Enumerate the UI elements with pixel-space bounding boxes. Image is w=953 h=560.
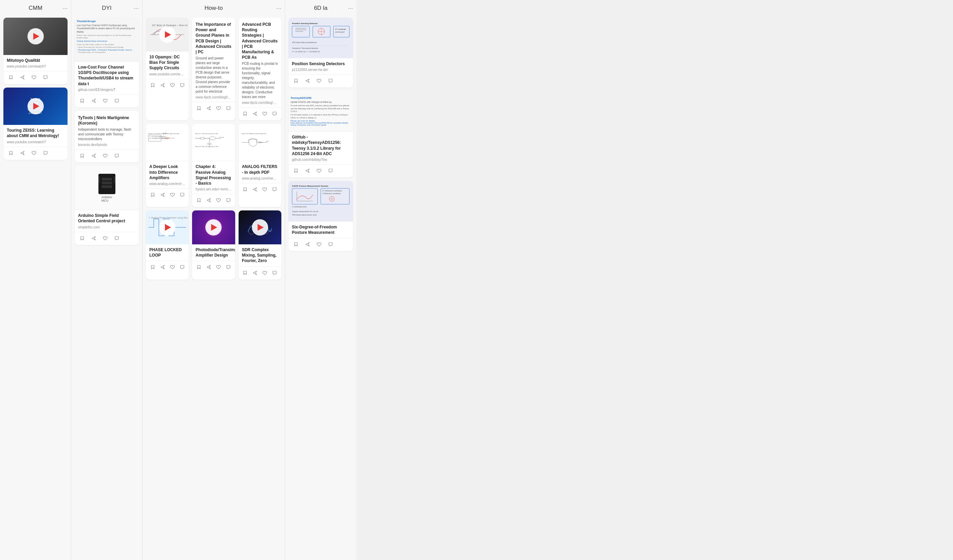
card-howto-7[interactable]: 7. Analog Phase Detection using Electron… [146,210,189,280]
play-button-howto-1[interactable] [159,26,175,43]
comment-btn-dyi-3[interactable] [111,234,122,243]
comment-btn-6d-3[interactable] [325,240,336,249]
card-cmm-2[interactable]: ZEISS CMM AUTOMATICINSPECTIONMACHINES To… [3,88,68,160]
comment-btn-howto-1[interactable] [177,81,187,90]
card-dyi-2[interactable]: TyTools | Niels Martignène (Koromix) Ind… [75,111,139,163]
bookmark-btn-dyi-1[interactable] [77,96,88,105]
share-btn-dyi-3[interactable] [88,234,99,243]
comment-btn-howto-6[interactable] [270,185,279,194]
share-btn-cmm-1[interactable] [17,73,28,82]
comment-btn-dyi-2[interactable] [111,151,122,161]
share-btn-dyi-2[interactable] [88,151,99,161]
share-btn-dyi-1[interactable] [88,96,99,105]
comment-btn-6d-2[interactable] [325,166,336,175]
column-menu-dyi[interactable]: ··· [134,5,139,12]
bookmark-btn-howto-4[interactable] [148,190,157,200]
card-howto-6[interactable]: Figure 8.53: Multiple Feedback High-Pass… [239,124,281,207]
comment-btn-howto-7[interactable] [177,262,187,272]
play-button-howto-7[interactable] [159,219,175,236]
card-howto-2[interactable]: The Importance of Power and Ground Plane… [192,18,235,121]
comment-btn-howto-5[interactable] [224,195,233,205]
heart-btn-dyi-2[interactable] [100,151,111,161]
card-6d-2[interactable]: TeensyADS1256 Update DS3231 with changes… [289,91,353,177]
card-dyi-3[interactable]: ArduinoMCU Arduino Simple Field Oriented… [75,166,139,245]
bookmark-btn-howto-2[interactable] [194,104,203,113]
share-btn-howto-9[interactable] [250,268,260,278]
card-6d-1[interactable]: Position Sensing Detector XY coordinate … [289,18,353,88]
share-btn-howto-6[interactable] [250,185,260,194]
card-dyi-1[interactable]: ThunderScope Low Cost Four Channel 1GSPS… [75,18,139,108]
card-howto-5[interactable]: Figure 4.7: 2nd order low pass LC filter… [192,124,235,207]
card-howto-8[interactable]: Photodiode/Transimpedance Amplifier Desi… [192,210,235,280]
svg-rect-55 [313,26,331,37]
heart-btn-howto-6[interactable] [260,185,270,194]
heart-btn-dyi-3[interactable] [100,234,111,243]
bookmark-btn-howto-3[interactable] [241,109,250,118]
comment-btn-6d-1[interactable] [325,76,336,85]
heart-btn-6d-1[interactable] [314,76,324,85]
heart-btn-howto-3[interactable] [260,109,270,118]
card-howto-9[interactable]: SDR Complex Mixing, Sampling, Fourier, Z… [239,210,281,280]
share-btn-howto-3[interactable] [250,109,260,118]
share-btn-cmm-2[interactable] [17,148,28,158]
heart-btn-howto-4[interactable] [168,190,177,200]
bookmark-btn-howto-7[interactable] [148,262,157,272]
card-howto-4[interactable]: Figure 2: Low-side sensing with high noi… [146,124,189,207]
share-btn-6d-3[interactable] [302,240,313,249]
share-btn-6d-2[interactable] [302,166,313,175]
heart-btn-howto-7[interactable] [168,262,177,272]
heart-btn-howto-9[interactable] [260,268,270,278]
card-thumbnail-cmm-1 [3,18,68,55]
share-btn-howto-1[interactable] [158,81,167,90]
bookmark-btn-cmm-2[interactable] [5,148,16,158]
comment-btn-howto-8[interactable] [224,262,233,272]
share-btn-howto-8[interactable] [204,262,213,272]
heart-btn-6d-3[interactable] [314,240,324,249]
bookmark-btn-howto-6[interactable] [241,185,250,194]
column-menu-6d[interactable]: ··· [348,5,353,12]
heart-btn-cmm-1[interactable] [28,73,39,82]
comment-btn-howto-4[interactable] [177,190,187,200]
comment-btn-cmm-1[interactable] [40,73,51,82]
bookmark-btn-howto-8[interactable] [194,262,203,272]
card-actions-6d-1 [289,74,353,88]
bookmark-btn-dyi-2[interactable] [77,151,88,161]
bookmark-btn-howto-1[interactable] [148,81,157,90]
comment-btn-howto-9[interactable] [270,268,279,278]
bookmark-btn-howto-5[interactable] [194,195,203,205]
share-btn-howto-5[interactable] [204,195,213,205]
play-button-cmm-2[interactable] [28,98,44,114]
play-button-howto-9[interactable] [252,219,268,236]
heart-btn-cmm-2[interactable] [28,148,39,158]
card-howto-1[interactable]: DC Bias of Opamps – Non Inverting Amplif… [146,18,189,121]
card-howto-3[interactable]: Advanced PCB Routing Strategies | Advanc… [239,18,281,121]
svg-text:PSD based optical sensor array: PSD based optical sensor array [292,214,317,216]
share-btn-howto-2[interactable] [204,104,213,113]
share-btn-howto-7[interactable] [158,262,167,272]
heart-btn-howto-2[interactable] [214,104,223,113]
column-menu-cmm[interactable]: ··· [62,5,68,12]
bookmark-btn-6d-3[interactable] [290,240,301,249]
heart-btn-howto-1[interactable] [168,81,177,90]
column-menu-howto[interactable]: ··· [276,5,281,12]
comment-btn-howto-3[interactable] [270,109,279,118]
comment-btn-cmm-2[interactable] [40,148,51,158]
play-button-cmm-1[interactable] [28,28,44,45]
svg-text:Figure 4.8: 2nd order high pas: Figure 4.8: 2nd order high pass LC filte… [195,146,219,147]
bookmark-btn-howto-9[interactable] [241,268,250,278]
bookmark-btn-6d-1[interactable] [290,76,301,85]
heart-btn-dyi-1[interactable] [100,96,111,105]
card-6d-3[interactable]: 6-DOF Posture Measurement System X coord… [289,181,353,251]
bookmark-btn-6d-2[interactable] [290,166,301,175]
card-actions-dyi-1 [75,95,139,108]
bookmark-btn-cmm-1[interactable] [5,73,16,82]
card-cmm-1[interactable]: Mitutoyo Qualität www.youtube.com/watch? [3,18,68,84]
heart-btn-howto-5[interactable] [214,195,223,205]
heart-btn-howto-8[interactable] [214,262,223,272]
bookmark-btn-dyi-3[interactable] [77,234,88,243]
heart-btn-6d-2[interactable] [314,166,324,175]
comment-btn-howto-2[interactable] [224,104,233,113]
comment-btn-dyi-1[interactable] [111,96,122,105]
share-btn-6d-1[interactable] [302,76,313,85]
share-btn-howto-4[interactable] [158,190,167,200]
